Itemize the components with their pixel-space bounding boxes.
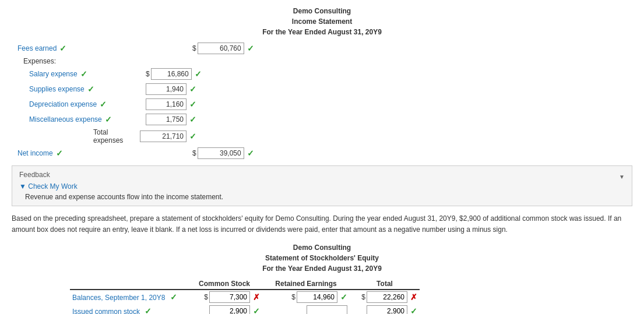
equity-total-0: $ ✗ — [350, 290, 420, 304]
salary-label-col: Salary expense ✓ — [29, 69, 146, 79]
total-expenses-check: ✓ — [189, 132, 196, 141]
equity-col-total: Total — [350, 278, 420, 290]
equity-retained-0: $ ✓ — [262, 290, 350, 304]
equity-label-check-0: ✓ — [170, 292, 177, 302]
company-name: Demo Consulting — [12, 6, 632, 16]
equity-statement-section: Demo Consulting Statement of Stockholder… — [12, 242, 632, 314]
miscellaneous-input-col: ✓ — [146, 114, 196, 125]
equity-common-field-1[interactable] — [209, 305, 250, 314]
equity-total-field-0[interactable] — [367, 291, 407, 303]
equity-common-status-0: ✗ — [253, 292, 260, 302]
feedback-title: Feedback — [19, 171, 50, 179]
equity-retained-field-1[interactable] — [307, 305, 347, 314]
equity-link-0[interactable]: Balances, September 1, 20Y8 — [72, 294, 165, 302]
net-income-dollar: $ — [192, 149, 196, 157]
salary-dollar: $ — [146, 70, 150, 78]
feedback-text: Revenue and expense accounts flow into t… — [25, 193, 625, 201]
depreciation-label-col: Depreciation expense ✓ — [29, 100, 146, 109]
statement-period: For the Year Ended August 31, 20Y9 — [12, 27, 632, 37]
equity-common-input-1: ✓ — [189, 305, 260, 314]
expenses-label: Expenses: — [23, 57, 632, 65]
fees-earned-link[interactable]: Fees earned — [17, 44, 57, 52]
equity-retained-input-1 — [265, 305, 347, 314]
depreciation-input[interactable] — [146, 98, 186, 110]
salary-row: Salary expense ✓ $ ✓ — [29, 68, 632, 80]
miscellaneous-label-col: Miscellaneous expense ✓ — [29, 115, 146, 124]
equity-period: For the Year Ended August 31, 20Y9 — [12, 263, 632, 274]
fees-dollar-sign: $ — [192, 44, 196, 52]
equity-retained-field-0[interactable] — [297, 291, 337, 303]
net-income-check-icon: ✓ — [56, 149, 63, 158]
equity-common-input-0: $ ✗ — [189, 291, 260, 303]
equity-link-1[interactable]: Issued common stock — [72, 308, 140, 314]
supplies-value-check: ✓ — [189, 84, 196, 94]
net-income-input-col: $ ✓ — [192, 147, 254, 159]
fees-earned-label-col: Fees earned ✓ — [17, 44, 134, 53]
fees-earned-input-col: $ ✓ — [192, 43, 254, 54]
miscellaneous-check-icon: ✓ — [105, 115, 112, 124]
statement-title: Income Statement — [12, 16, 632, 27]
salary-link[interactable]: Salary expense — [29, 70, 78, 78]
equity-label-0: Balances, September 1, 20Y8 ✓ — [70, 290, 186, 304]
equity-row-0: Balances, September 1, 20Y8 ✓ $ ✗ $ — [70, 290, 420, 304]
supplies-row: Supplies expense ✓ ✓ — [29, 83, 632, 96]
eq-retained-dollar-0: $ — [291, 293, 295, 301]
fees-earned-check-icon: ✓ — [59, 44, 66, 53]
equity-retained-status-0: ✓ — [340, 292, 347, 302]
equity-col-label — [70, 278, 186, 290]
equity-header-row: Common Stock Retained Earnings Total — [70, 278, 420, 290]
supplies-link[interactable]: Supplies expense — [29, 85, 85, 93]
total-expenses-input[interactable] — [140, 130, 186, 142]
equity-col-common: Common Stock — [186, 278, 262, 290]
depreciation-row: Depreciation expense ✓ ✓ — [29, 98, 632, 111]
income-statement-title: Demo Consulting Income Statement For the… — [12, 6, 632, 37]
net-income-link[interactable]: Net income — [17, 149, 53, 157]
equity-total-status-0: ✗ — [410, 292, 417, 302]
net-income-input[interactable] — [198, 147, 244, 159]
miscellaneous-input[interactable] — [146, 114, 186, 125]
depreciation-value-check: ✓ — [189, 100, 196, 109]
supplies-input-col: ✓ — [146, 83, 196, 95]
supplies-input[interactable] — [146, 83, 186, 95]
fees-earned-value-check: ✓ — [247, 44, 254, 53]
depreciation-link[interactable]: Depreciation expense — [29, 100, 97, 108]
salary-input[interactable] — [151, 68, 192, 80]
equity-common-1: ✓ — [186, 304, 262, 314]
depreciation-check-icon: ✓ — [100, 100, 107, 109]
total-expenses-label: Total expenses — [93, 128, 140, 144]
feedback-arrow-icon: ▼ — [619, 174, 625, 180]
eq-total-dollar-0: $ — [361, 293, 365, 301]
total-expenses-row: Total expenses ✓ — [93, 128, 632, 144]
fees-earned-row: Fees earned ✓ $ ✓ — [17, 42, 632, 55]
total-expenses-input-col: ✓ — [140, 130, 196, 142]
supplies-label-col: Supplies expense ✓ — [29, 84, 146, 94]
equity-company: Demo Consulting — [12, 242, 632, 253]
equity-common-field-0[interactable] — [209, 291, 250, 303]
equity-label-1: Issued common stock ✓ — [70, 304, 186, 314]
fees-earned-input[interactable] — [198, 43, 244, 54]
income-statement-section: Demo Consulting Income Statement For the… — [12, 6, 632, 160]
miscellaneous-link[interactable]: Miscellaneous expense — [29, 115, 102, 124]
miscellaneous-value-check: ✓ — [189, 115, 196, 124]
equity-title: Statement of Stockholders' Equity — [12, 253, 632, 263]
income-table: Fees earned ✓ $ ✓ Expenses: Salary expen… — [17, 42, 632, 160]
question-text: Based on the preceding spreadsheet, prep… — [12, 213, 632, 235]
equity-row-1: Issued common stock ✓ ✓ — [70, 304, 420, 314]
equity-total-field-1[interactable] — [367, 305, 407, 314]
equity-retained-1 — [262, 304, 350, 314]
equity-common-0: $ ✗ — [186, 290, 262, 304]
net-income-row: Net income ✓ $ ✓ — [17, 147, 632, 160]
equity-total-status-1: ✓ — [410, 306, 417, 314]
check-my-work-link[interactable]: ▼ Check My Work — [19, 182, 78, 190]
salary-input-col: $ ✓ — [146, 68, 202, 80]
equity-col-retained: Retained Earnings — [262, 278, 350, 290]
net-income-label-col: Net income ✓ — [17, 149, 134, 158]
miscellaneous-row: Miscellaneous expense ✓ ✓ — [29, 113, 632, 126]
check-my-work-row: ▼ Check My Work — [19, 182, 625, 190]
equity-label-check-1: ✓ — [145, 306, 152, 314]
net-income-value-check: ✓ — [247, 149, 254, 158]
equity-total-1: ✓ — [350, 304, 420, 314]
equity-total-input-0: $ ✗ — [352, 291, 417, 303]
page-container: Demo Consulting Income Statement For the… — [0, 0, 644, 314]
eq-common-dollar-0: $ — [204, 293, 208, 301]
